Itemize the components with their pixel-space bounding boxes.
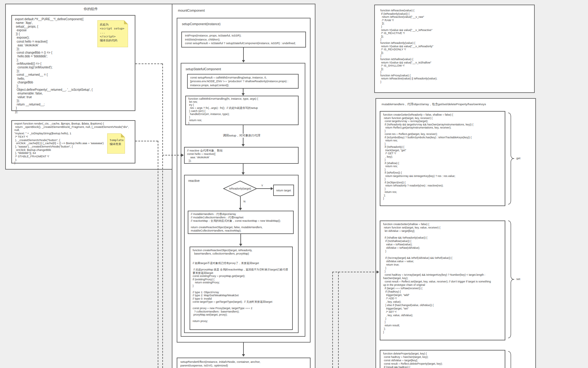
create-setter-box: function createSetter(shallow = false) {… [380,220,505,340]
reactive-call-box: // reactive 会代理对象、数组 const hello = react… [184,147,299,164]
mutable-handlers-title: mutableHandlers，代理object/array，包含get/set… [382,102,486,106]
arrowhead-call-to-reactivecall [242,144,245,147]
delete-property-box: function deleteProperty(target, key) { c… [380,350,505,368]
call-setup-arrow-label: 调用setup，对对象执行代理 [222,134,261,138]
get-bracket [506,113,516,205]
arrowhead-to-createreactiveobject [239,244,242,246]
setup-stateful-title: setupStatefulComponent [186,67,221,71]
create-getter-code: function createGetter(isReadonly = false… [380,112,505,202]
dashed-setter-down-1 [332,272,333,368]
dashed-rendercode-right [135,141,158,141]
dashed-setupcode-right [135,63,162,64]
set-bracket-label: set [516,277,520,281]
reactive-call-code: // reactive 会代理对象、数组 const hello = react… [185,148,298,164]
call-with-error-box: function callWithErrorHandling(fn, insta… [185,96,299,125]
setup-render-effect-box: setupRenderEffect(instance, initialVNode… [177,358,311,368]
arrow-to-createreactiveobject [240,234,241,244]
dashed-rendercode-down [158,141,158,368]
arrow-to-setuprendereffect [243,343,244,355]
arrowhead-yes [271,187,273,190]
create-getter-box: function createGetter(isReadonly = false… [380,111,505,206]
reactive-title: reactive [188,179,200,182]
arrowhead-dashed-setter [377,270,379,274]
arrow-init-to-stateful [243,48,244,60]
arrowhead-init-to-stateful [242,60,245,63]
create-setter-code: function createSetter(shallow = false) {… [380,221,505,335]
call-with-error-code: function callWithErrorHandling(fn, insta… [186,96,298,126]
arrowhead-to-setuprendereffect [242,354,245,357]
arrow-no-line [240,197,241,208]
template-note-text: template 编译而来 [107,134,125,148]
arrowhead-dashed-reactivecall [181,154,184,157]
arrowhead-no [239,208,242,210]
delete-bracket [506,351,516,368]
no-label: N [243,200,246,203]
return-target-box: return target [273,185,294,196]
arrow-yes-line [257,188,271,189]
your-component-title: 你的组件 [5,7,176,11]
script-setup-note-text: 此处为 <script setup> ... </script> 编译后的代码 [98,21,128,44]
arrow-reactivecall-to-reactive [243,164,243,173]
diagram-canvas: 你的组件 export default /*#__PURE__*/_define… [0,0,588,368]
arrowhead-result-to-call [242,93,245,96]
dashed-into-setter [332,272,377,272]
set-bracket [506,220,516,338]
delete-property-code: function deleteProperty(target, key) { c… [380,351,505,368]
get-bracket-label: get [516,156,520,160]
create-reactive-object-code: function createReactiveObject(target, is… [190,247,292,324]
return-target-label: return target [276,189,291,192]
create-reactive-call-box: // mutableHandlers：代理object/array // mut… [188,211,294,234]
setup-component-title: setupComponent(instance) [182,22,221,26]
create-reactive-call-code: // mutableHandlers：代理object/array // mut… [188,211,293,234]
setup-result-box: const setupResult = callWithErrorHandlin… [187,74,299,89]
create-reactive-object-box: function createReactiveObject(target, is… [190,247,293,330]
dashed-into-reactivecall [162,155,182,155]
dashed-setupcode-down [162,63,163,368]
script-setup-note: 此处为 <script setup> ... </script> 编译后的代码 [97,20,128,47]
arrowhead-reactivecall-to-reactive [242,172,245,175]
is-functions-panel: function isReactive(value) { if (isReado… [374,5,535,93]
dashed-setter-down-2 [338,272,339,368]
template-note: template 编译而来 [107,133,125,154]
yes-label: Y [261,184,263,187]
isreadonly-diamond-label: isReadonly(target) [223,181,257,197]
arrow-result-to-call [243,89,243,94]
init-props-code: initProps(instance, props, isStateful, i… [182,32,305,47]
init-props-box: initProps(instance, props, isStateful, i… [181,32,306,48]
mount-component-title: mountComponent [178,9,205,12]
setup-result-code: const setupResult = callWithErrorHandlin… [188,75,298,88]
setup-render-effect-code: setupRenderEffect(instance, initialVNode… [177,358,310,368]
is-functions-code: function isReactive(value) { if (isReado… [375,5,534,87]
